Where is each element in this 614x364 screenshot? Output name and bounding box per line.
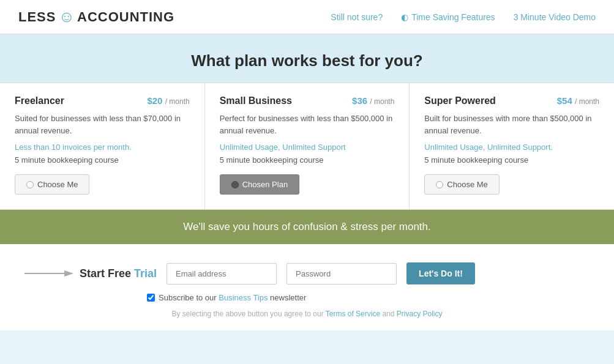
savings-banner: We'll save you hours of confusion & stre…	[0, 210, 614, 244]
plan-per-month: / month	[370, 97, 394, 106]
plan-desc: Suited for businesses with less than $70…	[15, 113, 190, 136]
radio-circle-icon	[231, 181, 239, 188]
privacy-policy-link[interactable]: Privacy Policy	[397, 310, 443, 318]
plan-feature1: Unlimited Usage, Unlimited Support.	[424, 143, 599, 152]
logo-text-right: ACCOUNTING	[77, 9, 174, 25]
email-field[interactable]	[167, 263, 277, 284]
plan-name: Freelancer	[15, 95, 64, 106]
plan-feature2: 5 minute bookkeeping course	[220, 155, 395, 165]
plan-choose-button[interactable]: Choose Me	[15, 174, 89, 195]
plan-feature1: Unlimited Usage, Unlimited Support	[220, 143, 395, 152]
nav-video-demo[interactable]: 3 Minute Video Demo	[514, 12, 596, 22]
terms-of-service-link[interactable]: Terms of Service	[326, 310, 380, 318]
arrow-label: Start Free Trial	[24, 267, 157, 280]
page-title: What plan works best for you?	[12, 51, 602, 70]
signup-row: Start Free Trial Let's Do It!	[24, 262, 590, 284]
logo-text-left: LESS	[18, 9, 56, 25]
plan-name: Small Business	[220, 95, 292, 106]
title-section: What plan works best for you?	[0, 34, 614, 83]
clock-icon: ◐	[401, 12, 408, 22]
logo: LESS ☺ ACCOUNTING	[18, 7, 174, 26]
plan-header: Freelancer $20 / month	[15, 95, 190, 106]
nav-still-not-sure[interactable]: Still not sure?	[331, 12, 383, 22]
nav-time-saving[interactable]: ◐ Time Saving Features	[401, 12, 495, 22]
plan-per-month: / month	[575, 97, 599, 106]
signup-section: Start Free Trial Let's Do It! Subscribe …	[0, 244, 614, 330]
plan-header: Super Powered $54 / month	[424, 95, 599, 106]
terms-row: By selecting the above button you agree …	[24, 310, 590, 318]
arrow-icon	[24, 267, 73, 280]
plan-desc: Built for businesses with more than $500…	[424, 113, 599, 136]
header-nav: Still not sure? ◐ Time Saving Features 3…	[331, 12, 596, 22]
plan-per-month: / month	[165, 97, 190, 106]
plan-feature2: 5 minute bookkeeping course	[424, 155, 599, 165]
logo-icon: ☺	[58, 7, 75, 26]
plan-feature2: 5 minute bookkeeping course	[15, 155, 190, 165]
plan-btn-label: Choose Me	[37, 180, 78, 189]
plan-choose-button[interactable]: Chosen Plan	[220, 174, 299, 195]
plan-card-1: Small Business $36 / month Perfect for b…	[205, 83, 410, 209]
business-tips-link[interactable]: Business Tips	[219, 293, 268, 302]
trial-text: Trial	[134, 267, 157, 280]
plan-choose-button[interactable]: Choose Me	[424, 174, 499, 195]
lets-do-button[interactable]: Let's Do It!	[406, 262, 475, 284]
subscribe-text: Subscribe to our Business Tips newslette…	[159, 293, 306, 302]
subscribe-checkbox[interactable]	[147, 294, 155, 302]
plan-price: $54 / month	[557, 95, 599, 106]
svg-marker-1	[64, 270, 73, 277]
radio-circle-icon	[26, 181, 34, 188]
header: LESS ☺ ACCOUNTING Still not sure? ◐ Time…	[0, 0, 614, 34]
arrow-line	[24, 267, 73, 280]
start-free-label: Start Free Trial	[80, 267, 157, 280]
subscribe-row: Subscribe to our Business Tips newslette…	[147, 293, 590, 302]
plan-card-0: Freelancer $20 / month Suited for busine…	[0, 83, 205, 209]
plan-name: Super Powered	[424, 95, 495, 106]
plans-container: Freelancer $20 / month Suited for busine…	[0, 83, 614, 210]
plan-btn-label: Chosen Plan	[242, 180, 288, 189]
plan-price: $20 / month	[147, 95, 189, 106]
savings-text: We'll save you hours of confusion & stre…	[183, 221, 431, 232]
plan-desc: Perfect for businesses with less than $5…	[220, 113, 395, 136]
plan-header: Small Business $36 / month	[220, 95, 395, 106]
plan-price: $36 / month	[352, 95, 394, 106]
plan-card-2: Super Powered $54 / month Built for busi…	[410, 83, 614, 209]
plan-btn-label: Choose Me	[447, 180, 487, 189]
plan-feature1: Less than 10 invoices per month.	[15, 143, 190, 152]
radio-circle-icon	[436, 181, 443, 188]
start-free-text: Start Free	[80, 267, 134, 280]
password-field[interactable]	[286, 263, 397, 284]
